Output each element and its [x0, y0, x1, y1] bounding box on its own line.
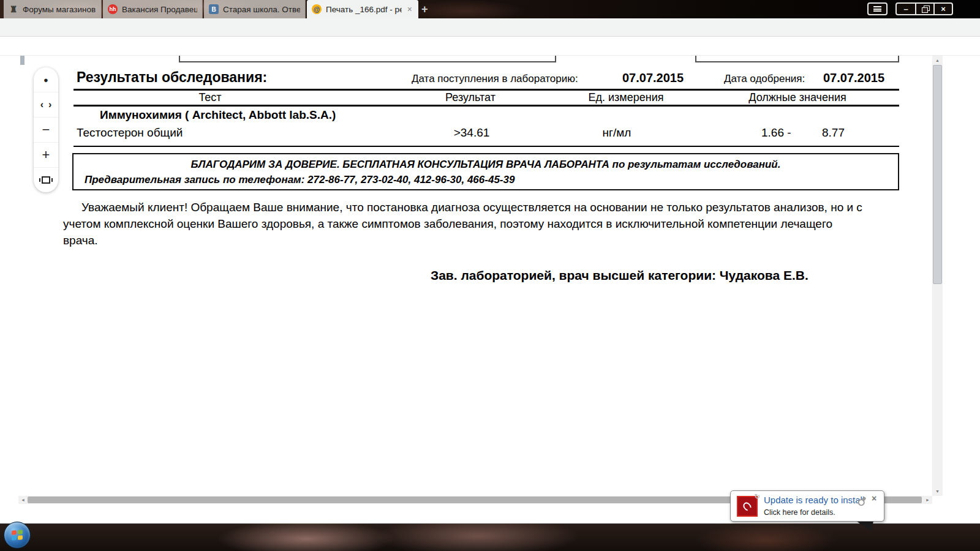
layout-icon	[42, 176, 50, 184]
received-date: 07.07.2015	[622, 71, 684, 85]
column-header-units: Ед. измерения	[589, 91, 664, 104]
range-high: 8.77	[822, 126, 845, 140]
hamburger-icon	[873, 6, 881, 12]
close-window-button[interactable]: ×	[933, 4, 952, 14]
notice-box: БЛАГОДАРИМ ЗА ДОВЕРИЕ. БЕСПЛАТНАЯ КОНСУЛ…	[72, 153, 899, 190]
notification-close-icon[interactable]: ×	[872, 493, 876, 503]
tab-label: Старая школа. Ответь	[223, 5, 300, 14]
vk-favicon-icon: В	[209, 4, 219, 14]
notice-line-2: Предварительная запись по телефонам: 272…	[85, 174, 514, 186]
windows-logo-icon	[12, 530, 23, 541]
zoom-out-button[interactable]: −	[34, 117, 58, 142]
disclaimer-paragraph: Уважаемый клиент! Обращаем Ваше внимание…	[63, 199, 867, 249]
browser-menu-button[interactable]	[867, 2, 888, 15]
vertical-scrollbar[interactable]: ▲ ▼	[932, 56, 943, 496]
received-label: Дата поступления в лабораторию:	[412, 73, 578, 85]
tab-pdf-active[interactable]: @ Печать _166.pdf - рез ×	[307, 0, 418, 18]
tab-vacancy[interactable]: hh Вакансия Продавец -	[103, 0, 203, 18]
mailru-favicon-icon: @	[312, 4, 322, 14]
table-rule-header	[74, 105, 899, 107]
tab-vk[interactable]: В Старая школа. Ответь	[204, 0, 306, 18]
section-title: Иммунохимия ( Architect, Abbott lab.S.A.…	[100, 108, 336, 122]
test-name: Тестостерон общий	[77, 126, 183, 140]
notice-line-1: БЛАГОДАРИМ ЗА ДОВЕРИЕ. БЕСПЛАТНАЯ КОНСУЛ…	[74, 159, 898, 171]
adobe-reader-icon: ↻	[737, 496, 758, 517]
report-heading: Результаты обследования:	[77, 69, 267, 86]
tab-label: Печать _166.pdf - рез	[326, 5, 402, 14]
cutoff-box-right	[695, 56, 899, 62]
scroll-down-icon[interactable]: ▼	[932, 487, 943, 496]
restore-icon	[922, 6, 929, 12]
tab-label: Форумы магазинов а	[23, 5, 96, 14]
page-nav: ‹ ›	[34, 92, 58, 117]
restore-button[interactable]	[915, 4, 933, 14]
scroll-up-icon[interactable]: ▲	[932, 56, 943, 65]
range-low: 1.66 -	[761, 126, 791, 140]
pdf-viewer: ● ‹ › − + Результаты обследования: Дата …	[0, 56, 980, 496]
tab-label: Вакансия Продавец -	[122, 5, 197, 14]
tab-strip: ♜ Форумы магазинов а hh Вакансия Продаве…	[0, 0, 980, 18]
approved-label: Дата одобрения:	[724, 73, 805, 85]
notification-title[interactable]: Update is ready to install	[764, 495, 864, 505]
start-button[interactable]	[4, 522, 31, 549]
page-marker-icon[interactable]: ●	[34, 67, 58, 92]
table-rule-top	[74, 89, 899, 91]
acrobat-icon	[744, 502, 751, 511]
test-units: нг/мл	[603, 126, 631, 140]
zoom-in-button[interactable]: +	[34, 142, 58, 167]
table-rule-bottom	[74, 146, 899, 147]
new-tab-button[interactable]: +	[421, 3, 428, 16]
vertical-scroll-thumb[interactable]	[933, 65, 942, 284]
scroll-right-icon[interactable]: ►	[923, 496, 932, 504]
signature-line: Зав. лабораторией, врач высшей категории…	[431, 268, 809, 283]
cutoff-box-left	[179, 56, 556, 62]
tab-forums[interactable]: ♜ Форумы магазинов а	[4, 0, 102, 18]
window-controls: – ×	[895, 2, 953, 15]
cutoff-sliver	[20, 56, 24, 65]
next-page-icon[interactable]: ›	[48, 99, 51, 110]
prev-page-icon[interactable]: ‹	[40, 99, 43, 110]
address-bar: ← Я ↻ e.mail.ru Печать _166.pdf - резуль…	[0, 18, 980, 37]
forum-favicon-icon: ♜	[9, 4, 18, 14]
approved-date: 07.07.2015	[823, 71, 884, 85]
column-header-result: Результат	[445, 91, 496, 104]
minimize-button[interactable]: –	[897, 4, 915, 14]
tab-close-icon[interactable]: ×	[406, 5, 413, 13]
test-result: >34.61	[454, 126, 490, 140]
notification-subtitle[interactable]: Click here for details.	[764, 508, 835, 517]
attachment-header: Лаборатория "Гемохелп" результат ×	[0, 37, 980, 56]
page-layout-button[interactable]	[34, 167, 58, 192]
pdf-toolbar: ● ‹ › − +	[34, 67, 58, 192]
column-header-test: Тест	[198, 91, 221, 104]
scroll-left-icon[interactable]: ◄	[18, 496, 28, 504]
update-badge-icon: ↻	[755, 493, 760, 501]
column-header-range: Должные значения	[748, 91, 846, 104]
taskbar: e Y Я RU ▲ 16:54	[0, 523, 980, 551]
update-notification[interactable]: ↻ Update is ready to install Click here …	[730, 490, 884, 522]
hh-favicon-icon: hh	[108, 4, 118, 14]
